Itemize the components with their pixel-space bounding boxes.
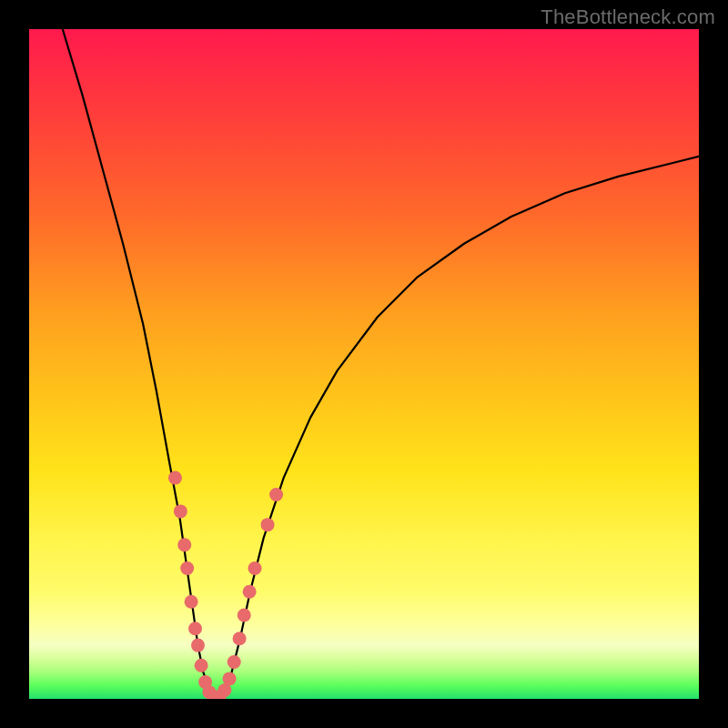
sample-point bbox=[191, 639, 205, 652]
sample-point bbox=[261, 518, 275, 531]
sample-point bbox=[233, 632, 247, 645]
sample-point bbox=[185, 595, 198, 609]
watermark-text: TheBottleneck.com bbox=[541, 5, 715, 29]
sample-point bbox=[177, 538, 191, 551]
sample-point bbox=[238, 609, 251, 622]
sample-point bbox=[168, 471, 182, 485]
sample-point bbox=[228, 655, 241, 669]
sample-point bbox=[188, 622, 202, 635]
sample-point bbox=[243, 585, 257, 599]
sample-point bbox=[180, 561, 194, 575]
sample-point bbox=[195, 659, 208, 672]
chart-svg bbox=[29, 29, 699, 699]
bottleneck-curve bbox=[63, 29, 699, 699]
sample-point bbox=[269, 488, 283, 501]
plot-area bbox=[29, 29, 699, 699]
sample-point bbox=[174, 504, 187, 518]
sample-point bbox=[223, 672, 237, 685]
sample-point bbox=[248, 561, 262, 575]
sample-points-group bbox=[168, 471, 283, 699]
chart-frame: TheBottleneck.com bbox=[0, 0, 728, 728]
